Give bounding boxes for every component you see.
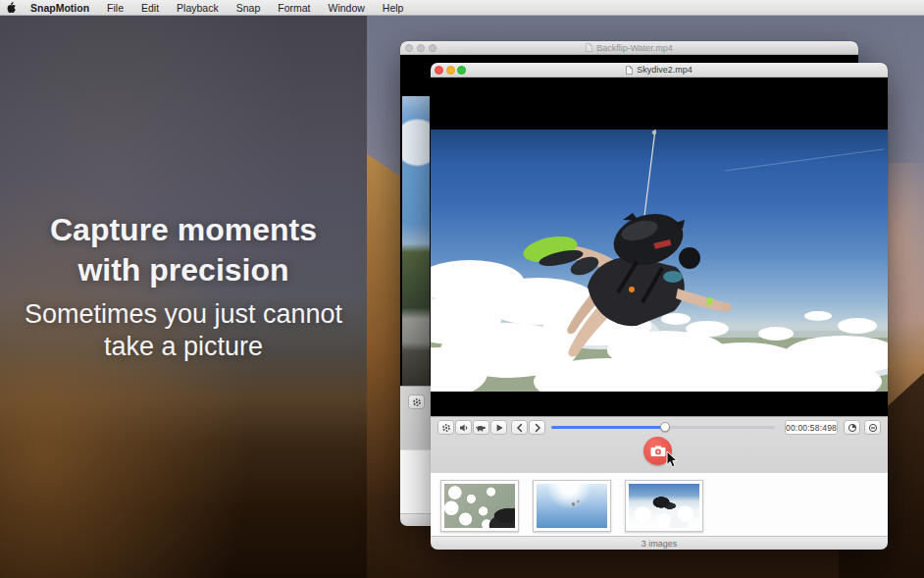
subtitle-line1: Sometimes you just cannot [25, 299, 342, 329]
image-count-label: 3 images [642, 539, 678, 549]
headline-line1: Capture moments [50, 212, 317, 247]
camera-icon [650, 445, 666, 457]
menu-item-format[interactable]: Format [269, 0, 319, 16]
video-letterbox[interactable] [431, 78, 888, 416]
previous-frame-button[interactable] [511, 420, 528, 435]
apple-logo-icon [6, 2, 16, 14]
turtle-icon [476, 423, 487, 433]
background-window-title: Backflip-Water.mp4 [596, 43, 673, 53]
timeline-progress [551, 426, 665, 429]
playback-speed-button[interactable] [473, 420, 489, 435]
chevron-right-icon [533, 423, 542, 433]
gear-icon [412, 397, 422, 407]
pie-clock-icon [847, 423, 857, 433]
front-window[interactable]: 00:00:58:498 3 [431, 63, 888, 550]
menu-item-edit[interactable]: Edit [132, 0, 168, 16]
next-frame-button[interactable] [529, 420, 545, 435]
settings-button[interactable] [408, 394, 425, 409]
snapshot-thumbnail-3[interactable] [625, 480, 703, 532]
sun-glare-sky-image [537, 484, 607, 528]
play-button[interactable] [490, 420, 507, 435]
timeline-thumb[interactable] [660, 422, 670, 432]
subtitle: Sometimes you just cannot take a picture [0, 298, 367, 363]
menu-item-help[interactable]: Help [374, 0, 413, 16]
background-video-frame [402, 96, 430, 386]
marketing-text: Capture moments with precision Sometimes… [0, 210, 367, 363]
skydive-scene [431, 130, 888, 392]
headline: Capture moments with precision [0, 210, 367, 290]
menu-item-snap[interactable]: Snap [228, 0, 270, 16]
headline-line2: with precision [77, 252, 288, 288]
menu-item-file[interactable]: File [98, 0, 132, 16]
time-format-button[interactable] [844, 420, 860, 435]
skydiver-over-clouds-image [629, 484, 699, 528]
front-title-bar[interactable]: Skydive2.mp4 [431, 63, 888, 78]
subtitle-line2: take a picture [104, 332, 263, 361]
document-icon [626, 66, 633, 75]
menu-item-window[interactable]: Window [320, 0, 374, 16]
timecode-field[interactable]: 00:00:58:498 [785, 420, 838, 435]
mouse-cursor [666, 450, 678, 468]
chevron-left-icon [515, 423, 525, 433]
gear-icon [441, 423, 451, 433]
snapshot-thumbnail-2[interactable] [533, 480, 611, 532]
speaker-icon [459, 423, 469, 433]
document-icon [586, 43, 592, 52]
front-window-title: Skydive2.mp4 [637, 65, 693, 75]
apple-menu[interactable] [0, 2, 22, 14]
snapshot-strip [431, 473, 888, 536]
menu-item-app[interactable]: SnapMotion [22, 0, 98, 16]
background-title-bar[interactable]: Backflip-Water.mp4 [400, 41, 858, 55]
volume-button[interactable] [455, 420, 472, 435]
video-frame [431, 130, 888, 392]
menu-bar: SnapMotion File Edit Playback Snap Forma… [0, 0, 924, 16]
screen: Capture moments with precision Sometimes… [0, 0, 924, 578]
menu-item-playback[interactable]: Playback [168, 0, 228, 16]
image-count-status-bar: 3 images [431, 536, 888, 550]
play-icon [494, 423, 504, 433]
snapshot-thumbnail-1[interactable] [440, 480, 519, 532]
minus-circle-icon [868, 423, 878, 433]
aerial-clouds-image [444, 484, 515, 528]
settings-button[interactable] [437, 420, 454, 435]
remove-button[interactable] [864, 420, 881, 435]
